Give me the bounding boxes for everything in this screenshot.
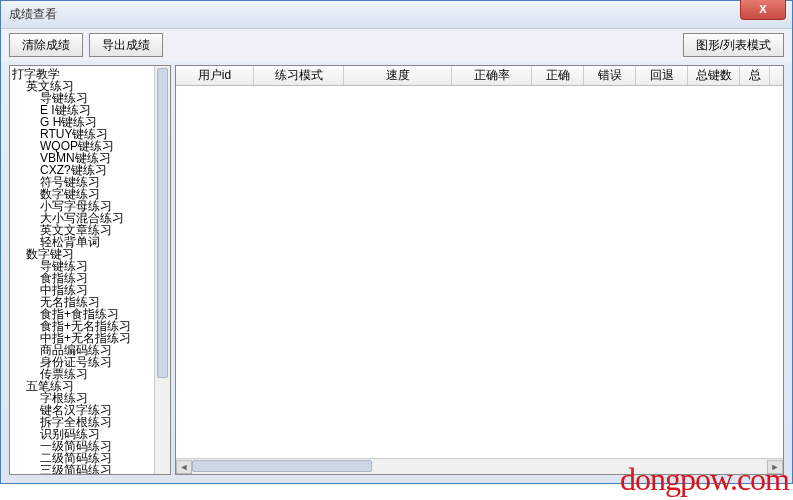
content-area: 打字教学英文练习导键练习E I键练习G H键练习RTUY键练习WQOP键练习VB…	[9, 65, 784, 475]
table-panel: 用户id练习模式速度正确率正确错误回退总键数总 ◄ ►	[175, 65, 784, 475]
scroll-left-button[interactable]: ◄	[176, 460, 192, 474]
tree-item-1-1[interactable]: 食指练习	[12, 272, 170, 284]
tree-root[interactable]: 打字教学英文练习导键练习E I键练习G H键练习RTUY键练习WQOP键练习VB…	[10, 66, 170, 475]
column-header-1[interactable]: 练习模式	[254, 66, 344, 85]
toggle-mode-button[interactable]: 图形/列表模式	[683, 33, 784, 57]
titlebar: 成绩查看 X	[1, 1, 792, 29]
tree-scrollbar-thumb[interactable]	[157, 68, 168, 378]
table-h-scrollbar[interactable]: ◄ ►	[176, 458, 783, 474]
column-header-0[interactable]: 用户id	[176, 66, 254, 85]
scroll-track[interactable]	[192, 460, 767, 474]
tree-panel: 打字教学英文练习导键练习E I键练习G H键练习RTUY键练习WQOP键练习VB…	[9, 65, 171, 475]
main-window: 成绩查看 X 清除成绩 导出成绩 图形/列表模式 打字教学英文练习导键练习E I…	[0, 0, 793, 484]
tree-item-1-0[interactable]: 导键练习	[12, 260, 170, 272]
column-header-6[interactable]: 回退	[636, 66, 688, 85]
tree-item-0-0[interactable]: 导键练习	[12, 92, 170, 104]
column-header-7[interactable]: 总键数	[688, 66, 740, 85]
column-header-3[interactable]: 正确率	[452, 66, 532, 85]
tree-item-2-6[interactable]: 三级简码练习	[12, 464, 170, 475]
scroll-right-button[interactable]: ►	[767, 460, 783, 474]
tree-group-2[interactable]: 五笔练习	[12, 380, 170, 392]
window-title: 成绩查看	[9, 6, 57, 23]
tree-group-0[interactable]: 英文练习	[12, 80, 170, 92]
clear-scores-button[interactable]: 清除成绩	[9, 33, 83, 57]
tree-scrollbar[interactable]	[154, 66, 170, 474]
column-header-2[interactable]: 速度	[344, 66, 452, 85]
close-button[interactable]: X	[740, 0, 786, 20]
toolbar: 清除成绩 导出成绩 图形/列表模式	[1, 29, 792, 61]
scroll-thumb[interactable]	[192, 460, 372, 472]
tree-item-1-8[interactable]: 身份证号练习	[12, 356, 170, 368]
column-header-5[interactable]: 错误	[584, 66, 636, 85]
column-header-8[interactable]: 总	[740, 66, 770, 85]
export-scores-button[interactable]: 导出成绩	[89, 33, 163, 57]
table-header: 用户id练习模式速度正确率正确错误回退总键数总	[176, 66, 783, 86]
column-header-4[interactable]: 正确	[532, 66, 584, 85]
tree-group-1[interactable]: 数字键习	[12, 248, 170, 260]
